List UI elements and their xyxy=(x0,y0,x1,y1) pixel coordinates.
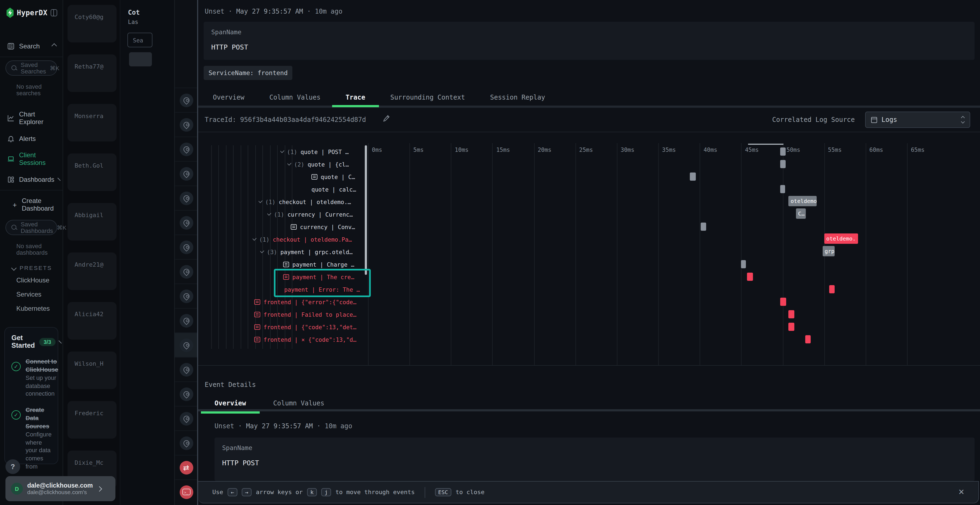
event-tab-column-values[interactable]: Column Values xyxy=(273,399,325,407)
presets-toggle[interactable]: PRESETS xyxy=(0,260,63,273)
esc-key[interactable]: ESC xyxy=(435,488,451,496)
j-key[interactable]: j xyxy=(321,488,331,496)
session-event-row[interactable] xyxy=(175,161,197,186)
selected-span-marker xyxy=(748,144,783,145)
trace-tree-row[interactable]: frontend | × {"code":13,"d… xyxy=(254,333,368,346)
user-account-button[interactable]: D dale@clickhouse.com dale@clickhouse.co… xyxy=(5,476,115,501)
session-row[interactable]: Abbigail xyxy=(67,203,116,241)
trace-tree-row[interactable]: frontend | {"code":13,"det… xyxy=(254,321,368,333)
session-event-row[interactable]: ⇄ xyxy=(175,455,197,480)
arrow-left-key[interactable]: ← xyxy=(228,488,237,496)
session-row[interactable]: Wilson_H xyxy=(67,351,116,389)
event-side-panel: Unset · May 27 9:35:57 AM · 10m ago Span… xyxy=(197,0,980,505)
session-event-row[interactable] xyxy=(175,357,197,381)
sidebar-item-search[interactable]: Search xyxy=(0,38,63,54)
create-dashboard-button[interactable]: + Create Dashboard xyxy=(0,193,63,217)
location-pin-icon xyxy=(180,265,193,278)
span-bar[interactable]: oteldemo. xyxy=(824,233,858,244)
trace-tree-row[interactable]: currency | Conv… xyxy=(291,221,368,233)
trace-tree-row[interactable]: quote | calc… xyxy=(312,183,368,195)
presets-list: ClickHouseServicesKubernetes xyxy=(0,273,63,316)
session-row[interactable]: Retha77@ xyxy=(67,54,116,92)
saved-dashboards-input[interactable]: Saved Dashboards ⌘K xyxy=(5,220,57,235)
k-key[interactable]: k xyxy=(307,488,317,496)
span-bar[interactable] xyxy=(788,310,794,318)
span-bar[interactable] xyxy=(690,173,695,181)
saved-searches-input[interactable]: Saved Searches ⌘K xyxy=(5,60,57,76)
trace-tree-row[interactable]: (1)checkout | oteldemo.Pa… xyxy=(253,233,368,245)
tab-surrounding-context[interactable]: Surrounding Context xyxy=(390,94,465,101)
trace-tree-row[interactable]: (1)checkout | oteldemo.… xyxy=(259,195,368,208)
tab-session-replay[interactable]: Session Replay xyxy=(490,94,545,101)
arrow-right-key[interactable]: → xyxy=(242,488,251,496)
no-saved-dashboards-text: No saved dashboards xyxy=(0,238,63,260)
service-name-chip[interactable]: ServiceName: frontend xyxy=(204,66,293,80)
get-started-item[interactable]: ✓Connect to ClickHouseSet up your databa… xyxy=(11,357,51,398)
edit-icon[interactable] xyxy=(382,114,391,123)
session-event-row[interactable] xyxy=(175,430,197,455)
sidebar-item-label: Search xyxy=(19,42,40,50)
span-bar[interactable] xyxy=(780,185,785,193)
span-bar[interactable] xyxy=(805,335,811,343)
span-bar[interactable] xyxy=(788,323,794,331)
sidebar-item-client-sessions[interactable]: Client Sessions xyxy=(0,147,63,171)
session-event-row[interactable] xyxy=(175,137,197,161)
event-header: Unset · May 27 9:35:57 AM · 10m ago xyxy=(205,8,342,15)
session-row[interactable]: Alicia42 xyxy=(67,302,116,340)
span-bar[interactable]: oteldemo… xyxy=(788,196,817,206)
collapse-sidebar-icon[interactable] xyxy=(51,9,57,16)
trace-tree-row[interactable]: (1)quote | POST … xyxy=(280,145,368,158)
session-event-row[interactable]: >_ xyxy=(175,480,197,504)
session-row[interactable]: Coty60@g xyxy=(67,5,116,43)
help-button[interactable]: ? xyxy=(5,459,20,474)
span-bar[interactable] xyxy=(741,260,746,268)
event-tab-overview[interactable]: Overview xyxy=(215,399,246,407)
trace-tree-row[interactable]: frontend | {"error":{"code… xyxy=(254,295,368,308)
session-row[interactable]: Frederic xyxy=(67,401,116,438)
span-bar[interactable] xyxy=(780,160,786,168)
span-bar[interactable] xyxy=(700,222,706,231)
preset-services[interactable]: Services xyxy=(0,287,63,302)
tree-scrollbar[interactable] xyxy=(365,145,367,275)
log-icon xyxy=(254,324,260,329)
session-event-row[interactable] xyxy=(175,284,197,308)
session-row[interactable]: Andre21@ xyxy=(67,252,116,290)
session-event-row[interactable] xyxy=(175,381,197,406)
trace-tree-row[interactable]: (2)quote | {cl… xyxy=(288,158,368,170)
session-search-input[interactable]: Sea xyxy=(127,33,153,48)
sidebar-item-alerts[interactable]: Alerts xyxy=(0,130,63,147)
session-event-row[interactable] xyxy=(175,332,197,357)
tab-column-values[interactable]: Column Values xyxy=(269,94,321,101)
session-event-row[interactable] xyxy=(175,406,197,430)
session-row[interactable]: Monserra xyxy=(67,104,116,141)
session-action-button[interactable] xyxy=(129,52,152,67)
span-bar[interactable] xyxy=(747,273,753,281)
span-bar[interactable] xyxy=(780,298,786,306)
tab-trace[interactable]: Trace xyxy=(345,94,365,101)
trace-tree-row[interactable]: (3)payment | grpc.oteld… xyxy=(260,245,368,258)
preset-clickhouse[interactable]: ClickHouse xyxy=(0,273,63,287)
session-row[interactable]: Beth.Gol xyxy=(67,154,116,191)
session-event-row[interactable] xyxy=(175,235,197,259)
tab-overview[interactable]: Overview xyxy=(213,94,245,101)
preset-kubernetes[interactable]: Kubernetes xyxy=(0,302,63,316)
close-icon[interactable]: × xyxy=(958,486,964,498)
session-event-row[interactable] xyxy=(175,210,197,235)
span-bar[interactable]: grp… xyxy=(822,246,835,256)
sidebar-item-chart-explorer[interactable]: Chart Explorer xyxy=(0,106,63,130)
logo-row[interactable]: HyperDX xyxy=(0,0,63,24)
span-bar[interactable] xyxy=(780,148,786,156)
session-event-row[interactable] xyxy=(175,186,197,210)
trace-tree-row[interactable]: quote | C… xyxy=(312,170,368,183)
trace-tree-row[interactable]: frontend | Failed to place… xyxy=(254,308,368,321)
log-source-select[interactable]: Logs xyxy=(865,111,970,128)
session-event-row[interactable] xyxy=(175,308,197,332)
session-event-row[interactable] xyxy=(175,112,197,137)
trace-tree-row[interactable]: (1)currency | Currenc… xyxy=(267,208,368,221)
span-bar[interactable] xyxy=(829,285,835,293)
sidebar-item-dashboards[interactable]: Dashboards xyxy=(0,171,63,188)
span-bar[interactable]: C… xyxy=(796,208,806,219)
session-event-row[interactable] xyxy=(175,87,197,112)
session-event-row[interactable] xyxy=(175,259,197,284)
log-icon xyxy=(312,174,317,179)
